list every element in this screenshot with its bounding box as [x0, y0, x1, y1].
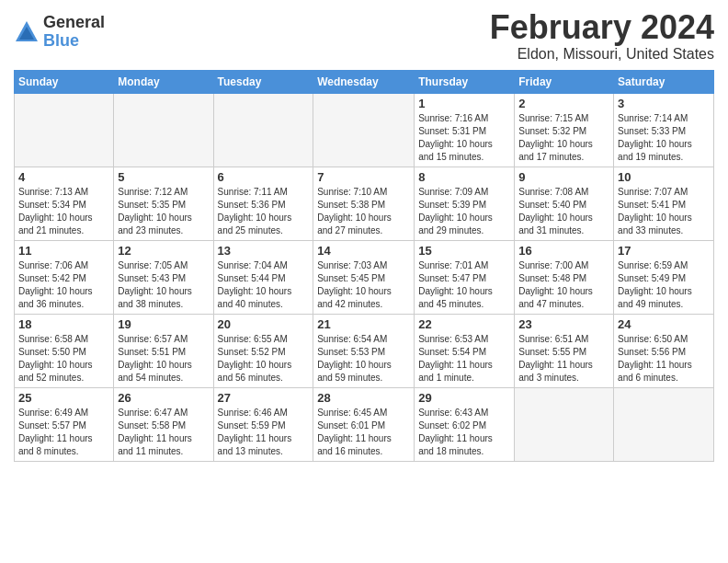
day-info: Sunrise: 6:55 AMSunset: 5:52 PMDaylight:… — [218, 333, 310, 385]
table-row: 23Sunrise: 6:51 AMSunset: 5:55 PMDayligh… — [515, 314, 614, 387]
day-info: Sunrise: 7:13 AMSunset: 5:34 PMDaylight:… — [18, 186, 109, 237]
table-row: 28Sunrise: 6:45 AMSunset: 6:01 PMDayligh… — [313, 387, 415, 461]
day-number: 22 — [418, 317, 510, 331]
day-info: Sunrise: 7:14 AMSunset: 5:33 PMDaylight:… — [618, 112, 710, 164]
table-row — [114, 93, 213, 167]
day-info: Sunrise: 6:46 AMSunset: 5:59 PMDaylight:… — [218, 407, 310, 458]
calendar-week-5: 25Sunrise: 6:49 AMSunset: 5:57 PMDayligh… — [15, 387, 714, 461]
day-info: Sunrise: 7:08 AMSunset: 5:40 PMDaylight:… — [518, 186, 609, 237]
table-row: 11Sunrise: 7:06 AMSunset: 5:42 PMDayligh… — [15, 240, 114, 314]
day-number: 24 — [618, 317, 710, 331]
table-row: 22Sunrise: 6:53 AMSunset: 5:54 PMDayligh… — [415, 314, 515, 387]
day-number: 16 — [518, 244, 609, 258]
day-number: 5 — [118, 170, 209, 184]
table-row: 6Sunrise: 7:11 AMSunset: 5:36 PMDaylight… — [213, 167, 313, 240]
calendar-table: Sunday Monday Tuesday Wednesday Thursday… — [14, 70, 714, 462]
table-row: 29Sunrise: 6:43 AMSunset: 6:02 PMDayligh… — [415, 387, 515, 461]
col-tuesday: Tuesday — [213, 70, 313, 93]
day-info: Sunrise: 6:49 AMSunset: 5:57 PMDaylight:… — [18, 407, 109, 458]
day-number: 10 — [618, 170, 710, 184]
table-row — [614, 387, 714, 461]
day-info: Sunrise: 7:10 AMSunset: 5:38 PMDaylight:… — [317, 186, 410, 237]
table-row: 2Sunrise: 7:15 AMSunset: 5:32 PMDaylight… — [515, 93, 614, 167]
day-info: Sunrise: 6:45 AMSunset: 6:01 PMDaylight:… — [317, 407, 410, 458]
day-info: Sunrise: 6:50 AMSunset: 5:56 PMDaylight:… — [618, 333, 710, 385]
table-row: 25Sunrise: 6:49 AMSunset: 5:57 PMDayligh… — [15, 387, 114, 461]
day-number: 28 — [317, 391, 410, 405]
day-number: 17 — [618, 244, 710, 258]
header-area: General Blue February 2024 Eldon, Missou… — [14, 9, 714, 63]
col-friday: Friday — [515, 70, 614, 93]
page-container: General Blue February 2024 Eldon, Missou… — [0, 0, 728, 466]
day-info: Sunrise: 6:54 AMSunset: 5:53 PMDaylight:… — [317, 333, 410, 385]
day-number: 27 — [218, 391, 310, 405]
table-row — [515, 387, 614, 461]
day-info: Sunrise: 7:06 AMSunset: 5:42 PMDaylight:… — [18, 259, 109, 311]
day-info: Sunrise: 6:51 AMSunset: 5:55 PMDaylight:… — [518, 333, 609, 385]
day-info: Sunrise: 7:07 AMSunset: 5:41 PMDaylight:… — [618, 186, 710, 237]
day-info: Sunrise: 6:47 AMSunset: 5:58 PMDaylight:… — [118, 407, 209, 458]
table-row: 4Sunrise: 7:13 AMSunset: 5:34 PMDaylight… — [15, 167, 114, 240]
table-row: 19Sunrise: 6:57 AMSunset: 5:51 PMDayligh… — [114, 314, 213, 387]
col-saturday: Saturday — [614, 70, 714, 93]
day-info: Sunrise: 6:58 AMSunset: 5:50 PMDaylight:… — [18, 333, 109, 385]
day-number: 8 — [418, 170, 510, 184]
table-row — [15, 93, 114, 167]
day-info: Sunrise: 6:57 AMSunset: 5:51 PMDaylight:… — [118, 333, 209, 385]
day-number: 2 — [518, 97, 609, 110]
calendar-week-4: 18Sunrise: 6:58 AMSunset: 5:50 PMDayligh… — [15, 314, 714, 387]
col-monday: Monday — [114, 70, 213, 93]
table-row: 8Sunrise: 7:09 AMSunset: 5:39 PMDaylight… — [415, 167, 515, 240]
location-label: Eldon, Missouri, United States — [490, 46, 714, 63]
table-row: 3Sunrise: 7:14 AMSunset: 5:33 PMDaylight… — [614, 93, 714, 167]
title-area: February 2024 Eldon, Missouri, United St… — [490, 9, 714, 63]
logo: General Blue — [14, 14, 105, 51]
table-row: 18Sunrise: 6:58 AMSunset: 5:50 PMDayligh… — [15, 314, 114, 387]
table-row — [213, 93, 313, 167]
table-row: 27Sunrise: 6:46 AMSunset: 5:59 PMDayligh… — [213, 387, 313, 461]
day-info: Sunrise: 7:01 AMSunset: 5:47 PMDaylight:… — [418, 259, 510, 311]
calendar-header-row: Sunday Monday Tuesday Wednesday Thursday… — [15, 70, 714, 93]
table-row: 9Sunrise: 7:08 AMSunset: 5:40 PMDaylight… — [515, 167, 614, 240]
day-number: 1 — [418, 97, 510, 110]
col-sunday: Sunday — [15, 70, 114, 93]
day-number: 3 — [618, 97, 710, 110]
day-number: 15 — [418, 244, 510, 258]
day-number: 14 — [317, 244, 410, 258]
day-info: Sunrise: 7:16 AMSunset: 5:31 PMDaylight:… — [418, 112, 510, 164]
day-number: 13 — [218, 244, 310, 258]
day-number: 19 — [118, 317, 209, 331]
day-number: 23 — [518, 317, 609, 331]
table-row: 7Sunrise: 7:10 AMSunset: 5:38 PMDaylight… — [313, 167, 415, 240]
day-number: 25 — [18, 391, 109, 405]
table-row: 5Sunrise: 7:12 AMSunset: 5:35 PMDaylight… — [114, 167, 213, 240]
table-row — [313, 93, 415, 167]
table-row: 13Sunrise: 7:04 AMSunset: 5:44 PMDayligh… — [213, 240, 313, 314]
table-row: 14Sunrise: 7:03 AMSunset: 5:45 PMDayligh… — [313, 240, 415, 314]
day-number: 6 — [218, 170, 310, 184]
table-row: 15Sunrise: 7:01 AMSunset: 5:47 PMDayligh… — [415, 240, 515, 314]
logo-text: General Blue — [43, 14, 105, 51]
day-number: 18 — [18, 317, 109, 331]
calendar-week-3: 11Sunrise: 7:06 AMSunset: 5:42 PMDayligh… — [15, 240, 714, 314]
table-row: 16Sunrise: 7:00 AMSunset: 5:48 PMDayligh… — [515, 240, 614, 314]
day-number: 29 — [418, 391, 510, 405]
day-info: Sunrise: 7:15 AMSunset: 5:32 PMDaylight:… — [518, 112, 609, 164]
day-number: 20 — [218, 317, 310, 331]
table-row: 17Sunrise: 6:59 AMSunset: 5:49 PMDayligh… — [614, 240, 714, 314]
table-row: 20Sunrise: 6:55 AMSunset: 5:52 PMDayligh… — [213, 314, 313, 387]
calendar-week-2: 4Sunrise: 7:13 AMSunset: 5:34 PMDaylight… — [15, 167, 714, 240]
day-number: 7 — [317, 170, 410, 184]
table-row: 24Sunrise: 6:50 AMSunset: 5:56 PMDayligh… — [614, 314, 714, 387]
logo-icon — [14, 19, 40, 45]
day-info: Sunrise: 7:00 AMSunset: 5:48 PMDaylight:… — [518, 259, 609, 311]
day-info: Sunrise: 7:05 AMSunset: 5:43 PMDaylight:… — [118, 259, 209, 311]
logo-general-label: General — [43, 14, 105, 32]
day-number: 9 — [518, 170, 609, 184]
table-row: 21Sunrise: 6:54 AMSunset: 5:53 PMDayligh… — [313, 314, 415, 387]
col-thursday: Thursday — [415, 70, 515, 93]
day-info: Sunrise: 7:03 AMSunset: 5:45 PMDaylight:… — [317, 259, 410, 311]
calendar-week-1: 1Sunrise: 7:16 AMSunset: 5:31 PMDaylight… — [15, 93, 714, 167]
day-number: 21 — [317, 317, 410, 331]
col-wednesday: Wednesday — [313, 70, 415, 93]
